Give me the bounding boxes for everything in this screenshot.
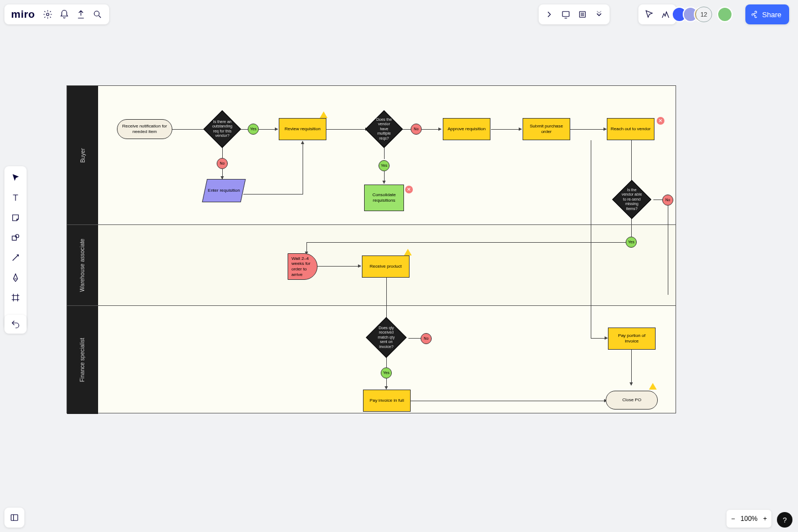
settings-icon[interactable] <box>39 6 56 23</box>
svg-rect-7 <box>11 515 18 521</box>
swimlane-diagram[interactable]: Buyer Warehouse associate Finance specia… <box>66 85 676 413</box>
zoom-out-button[interactable]: − <box>731 515 735 523</box>
node-approve-req[interactable]: Approve requisition <box>443 118 490 140</box>
minimap-toggle[interactable] <box>4 508 24 528</box>
bell-icon[interactable] <box>56 6 73 23</box>
collapse-icon[interactable] <box>541 6 557 23</box>
logo[interactable]: miro <box>8 8 39 21</box>
undo-button[interactable] <box>4 315 27 334</box>
more-icon[interactable] <box>591 6 607 23</box>
svg-point-1 <box>94 11 99 16</box>
search-icon[interactable] <box>89 6 106 23</box>
avatar-overflow-count[interactable]: 12 <box>695 7 712 22</box>
warning-icon <box>404 249 412 255</box>
frame-tool[interactable] <box>7 289 24 306</box>
share-label: Share <box>762 11 781 19</box>
node-consolidate[interactable]: Consolidate requisitions <box>364 185 404 211</box>
label-yes: Yes <box>626 237 637 248</box>
toolbar-view <box>539 4 610 24</box>
share-button[interactable]: Share <box>745 4 789 24</box>
node-start[interactable]: Receive notification for needed item <box>117 119 172 139</box>
label-no: No <box>411 124 422 135</box>
label-yes: Yes <box>248 124 259 135</box>
node-pay-portion[interactable]: Pay portion of invoice <box>608 328 656 350</box>
node-decision-resend[interactable]: Is the vendor able to re-send missing it… <box>612 180 652 219</box>
error-icon: ✕ <box>657 117 664 125</box>
node-receive[interactable]: Receive product <box>362 255 410 278</box>
present-icon[interactable] <box>557 6 574 23</box>
cursor-icon[interactable] <box>641 6 657 23</box>
lane-header-buyer[interactable]: Buyer <box>67 86 98 224</box>
warning-icon <box>649 383 657 390</box>
zoom-in-button[interactable]: + <box>763 515 767 523</box>
label-no: No <box>421 333 432 344</box>
export-icon[interactable] <box>73 6 89 23</box>
label-no: No <box>662 195 673 206</box>
node-review-req[interactable]: Review requisition <box>279 118 326 140</box>
help-button[interactable]: ? <box>777 512 792 528</box>
tool-palette: » <box>4 166 27 329</box>
label-no: No <box>217 158 228 169</box>
pen-tool[interactable] <box>7 269 24 286</box>
select-tool[interactable] <box>7 170 24 186</box>
error-icon: ✕ <box>405 186 413 193</box>
toolbar-main: miro <box>4 4 109 24</box>
lane-header-finance[interactable]: Finance specialist <box>67 305 98 414</box>
node-wait[interactable]: Wait 2–4 weeks for order to arrive <box>288 253 318 280</box>
label-yes: Yes <box>381 367 392 378</box>
node-enter-req[interactable]: Enter requisition <box>202 179 246 202</box>
zoom-level[interactable]: 100% <box>740 515 758 523</box>
svg-rect-2 <box>562 12 569 17</box>
node-close-po[interactable]: Close PO <box>606 391 658 410</box>
list-icon[interactable] <box>574 6 591 23</box>
connector-tool[interactable] <box>7 249 24 266</box>
zoom-control: − 100% + <box>727 510 771 528</box>
sticky-tool[interactable] <box>7 209 24 226</box>
warning-icon <box>320 111 328 118</box>
node-reach-vendor[interactable]: Reach out to vendor <box>607 118 654 140</box>
node-submit-po[interactable]: Submit purchase order <box>523 118 570 140</box>
svg-point-0 <box>47 13 49 16</box>
node-decision-multiple[interactable]: Does the vendor have multiple reqs? <box>365 110 403 148</box>
lane-header-warehouse[interactable]: Warehouse associate <box>67 224 98 305</box>
avatar-me[interactable] <box>717 7 733 22</box>
node-pay-full[interactable]: Pay invoice in full <box>363 390 411 412</box>
shape-tool[interactable] <box>7 229 24 246</box>
label-yes: Yes <box>378 160 390 171</box>
node-decision-outstanding[interactable]: Is there an outstanding req for this ven… <box>203 110 241 148</box>
node-decision-qty[interactable]: Does qty received match qty sent on invo… <box>366 317 407 358</box>
toolbar-collab <box>638 4 676 24</box>
text-tool[interactable] <box>7 190 24 206</box>
